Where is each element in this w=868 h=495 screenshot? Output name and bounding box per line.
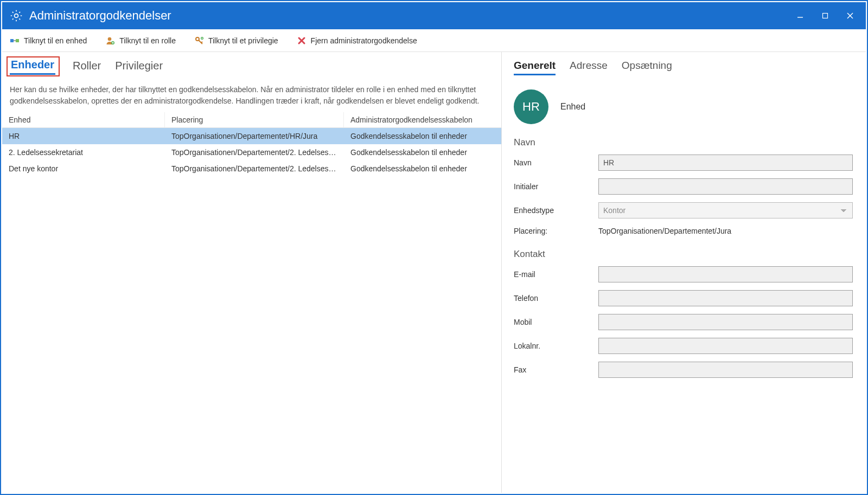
section-navn: Navn (514, 137, 853, 148)
entity-type-label: Enhed (560, 102, 585, 112)
window-title: Administratorgodkendelser (29, 9, 788, 23)
lokalnr-field[interactable] (598, 338, 853, 354)
avatar: HR (514, 89, 548, 124)
telefon-field[interactable] (598, 290, 853, 306)
label-mobil: Mobil (514, 318, 598, 326)
minimize-button[interactable] (788, 2, 813, 29)
tab-opsaetning[interactable]: Opsætning (622, 60, 672, 75)
cell-unit: 2. Ledelsessekretariat (2, 144, 165, 160)
toolbar: Tilknyt til en enhed Tilknyt til en roll… (2, 29, 866, 52)
left-description: Her kan du se hvilke enheder, der har ti… (2, 76, 501, 112)
assign-privilege-button[interactable]: Tilknyt til et privilegie (194, 36, 278, 46)
left-panel: Enheder Roller Privilegier Her kan du se… (2, 52, 501, 493)
maximize-button[interactable] (813, 2, 838, 29)
label-lokalnr: Lokalnr. (514, 342, 598, 350)
label-telefon: Telefon (514, 294, 598, 303)
highlighted-tab-frame: Enheder (7, 56, 60, 76)
key-plus-icon (194, 36, 204, 46)
tab-enheder[interactable]: Enheder (10, 55, 55, 75)
link-unit-icon (10, 36, 20, 46)
cell-template: Godkendelsesskabelon til enheder (344, 128, 501, 144)
assign-unit-button[interactable]: Tilknyt til en enhed (10, 36, 87, 46)
tab-privilegier[interactable]: Privilegier (114, 56, 164, 76)
cell-template: Godkendelsesskabelon til enheder (344, 160, 501, 177)
cell-placement: TopOrganisationen/Departementet/2. Ledel… (165, 144, 344, 160)
cell-template: Godkendelsesskabelon til enheder (344, 144, 501, 160)
label-placering: Placering: (514, 227, 598, 235)
mobil-field[interactable] (598, 314, 853, 330)
placering-value: TopOrganisationen/Departementet/Jura (598, 227, 731, 235)
remove-label: Fjern administratorgodkendelse (311, 36, 417, 45)
label-fax: Fax (514, 365, 598, 374)
close-button[interactable] (838, 2, 863, 29)
initialer-field[interactable] (598, 178, 853, 195)
svg-line-12 (201, 42, 202, 43)
svg-point-0 (15, 14, 18, 18)
assign-unit-label: Tilknyt til en enhed (24, 36, 87, 45)
cell-unit: Det nye kontor (2, 160, 165, 177)
person-plus-icon (105, 36, 115, 46)
navn-field[interactable] (598, 155, 853, 171)
fax-field[interactable] (598, 362, 853, 378)
label-navn: Navn (514, 158, 598, 167)
section-kontakt: Kontakt (514, 249, 853, 260)
tab-roller[interactable]: Roller (72, 56, 102, 76)
assign-role-button[interactable]: Tilknyt til en rolle (105, 36, 176, 46)
email-field[interactable] (598, 266, 853, 282)
gear-icon (9, 8, 24, 23)
tab-generelt[interactable]: Generelt (514, 60, 556, 75)
col-placering[interactable]: Placering (165, 112, 344, 128)
tab-adresse[interactable]: Adresse (570, 60, 608, 75)
titlebar: Administratorgodkendelser (2, 2, 866, 29)
label-initialer: Initialer (514, 182, 598, 191)
assign-priv-label: Tilknyt til et privilegie (208, 36, 278, 45)
label-email: E-mail (514, 270, 598, 279)
cell-placement: TopOrganisationen/Departementet/HR/Jura (165, 128, 344, 144)
units-table: Enhed Placering Administratorgodkendelse… (2, 112, 501, 177)
col-skabelon[interactable]: Administratorgodkendelsesskabelon (344, 112, 501, 128)
cell-placement: TopOrganisationen/Departementet/2. Ledel… (165, 160, 344, 177)
right-panel: Generelt Adresse Opsætning HR Enhed Navn… (501, 52, 866, 493)
remove-approval-button[interactable]: Fjern administratorgodkendelse (297, 36, 417, 46)
col-enhed[interactable]: Enhed (2, 112, 165, 128)
svg-rect-6 (16, 39, 19, 42)
svg-rect-2 (823, 14, 828, 18)
cell-unit: HR (2, 128, 165, 144)
assign-role-label: Tilknyt til en rolle (119, 36, 176, 45)
label-enhedstype: Enhedstype (514, 206, 598, 215)
remove-icon (297, 36, 307, 46)
svg-point-8 (108, 37, 112, 41)
enhedstype-select[interactable]: Kontor (598, 202, 853, 218)
svg-rect-5 (10, 39, 14, 42)
